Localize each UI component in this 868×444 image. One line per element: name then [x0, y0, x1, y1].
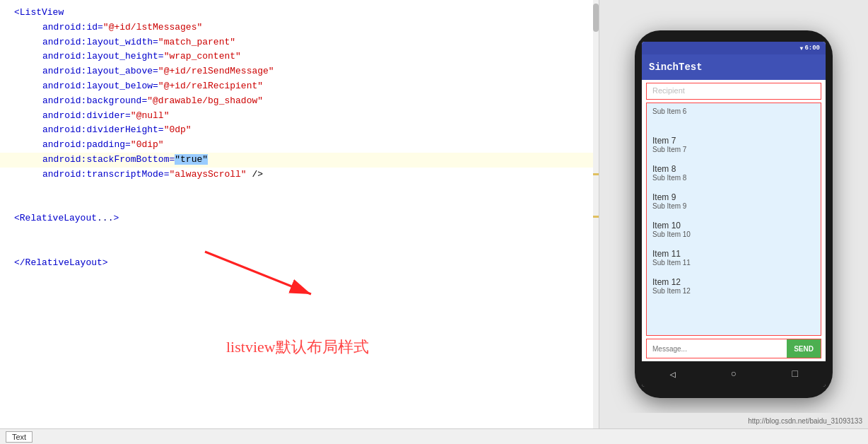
code-line-1: <ListView: [0, 6, 599, 21]
list-area: Sub Item 6 Item 7 Sub Item 7 Item 8 Sub …: [646, 103, 821, 336]
list-item-2: Item 8 Sub Item 8: [647, 160, 821, 188]
status-bar: ▼ 6:00: [642, 42, 826, 54]
list-item-6-title: Item 12: [652, 277, 815, 287]
list-item-0-sub: Sub Item 6: [652, 107, 815, 115]
phone-device: ▼ 6:00 SinchTest Recipient Sub Item 6: [635, 30, 833, 398]
list-item-6: Item 12 Sub Item 12: [647, 273, 821, 301]
list-item-5-title: Item 11: [652, 249, 815, 259]
code-line-relative: <RelativeLayout...>: [0, 211, 599, 226]
list-item-1: Item 7 Sub Item 7: [647, 132, 821, 160]
scrollbar-thumb[interactable]: [593, 4, 599, 32]
phone-panel: ▼ 6:00 SinchTest Recipient Sub Item 6: [599, 0, 868, 428]
list-item-6-sub: Sub Item 12: [652, 287, 815, 295]
list-item-1-title: Item 7: [652, 136, 815, 146]
code-line-2: android:id="@+id/lstMessages": [0, 21, 599, 35]
list-item-5-sub: Sub Item 11: [652, 259, 815, 267]
scroll-marker-1: [593, 173, 599, 175]
code-line-7: android:background="@drawable/bg_shadow": [0, 94, 599, 109]
list-item-2-title: Item 8: [652, 164, 815, 174]
recipient-placeholder: Recipient: [652, 86, 685, 95]
send-button[interactable]: SEND: [787, 339, 821, 358]
code-line-9: android:dividerHeight="0dp": [0, 123, 599, 138]
phone-screen: ▼ 6:00 SinchTest Recipient Sub Item 6: [642, 42, 826, 387]
home-button[interactable]: ○: [731, 368, 737, 380]
code-line-empty4: [0, 241, 599, 256]
code-line-11: android:stackFromBottom="true": [0, 153, 599, 168]
recipient-field[interactable]: Recipient: [646, 83, 821, 100]
code-line-empty1: [0, 182, 599, 197]
code-line-10: android:padding="0dip": [0, 138, 599, 153]
code-line-empty3: [0, 226, 599, 241]
wifi-icon: ▼: [800, 45, 804, 52]
list-item-3-sub: Sub Item 9: [652, 202, 815, 210]
code-line-12: android:transcriptMode="alwaysScroll" />: [0, 168, 599, 182]
bottom-bar: Text: [0, 428, 868, 444]
list-item-3: Item 9 Sub Item 9: [647, 188, 821, 216]
nav-bar: ◁ ○ □: [642, 361, 826, 387]
message-input[interactable]: [647, 339, 787, 358]
vertical-scrollbar[interactable]: [593, 0, 599, 428]
code-line-5: android:layout_above="@+id/relSendMessag…: [0, 64, 599, 79]
annotation-text: listview默认布局样式: [226, 337, 369, 358]
code-line-3: android:layout_width="match_parent": [0, 35, 599, 50]
recents-button[interactable]: □: [792, 368, 797, 380]
code-line-4: android:layout_height="wrap_content": [0, 49, 599, 64]
url-text: http://blog.csdn.net/baidu_31093133: [748, 417, 862, 425]
status-time: 6:00: [804, 45, 820, 52]
code-line-close: </RelativeLayout>: [0, 256, 599, 271]
scroll-marker-2: [593, 216, 599, 218]
code-line-6: android:layout_below="@+id/relRecipient": [0, 79, 599, 94]
list-item-0: Sub Item 6: [647, 103, 821, 132]
list-item-4-sub: Sub Item 10: [652, 230, 815, 238]
code-line-8: android:divider="@null": [0, 109, 599, 124]
text-tab[interactable]: Text: [6, 431, 33, 443]
list-item-3-title: Item 9: [652, 192, 815, 202]
code-line-empty2: [0, 197, 599, 211]
code-panel: <ListView android:id="@+id/lstMessages" …: [0, 0, 599, 428]
url-bar: http://blog.csdn.net/baidu_31093133: [599, 413, 868, 428]
list-item-5: Item 11 Sub Item 11: [647, 245, 821, 273]
message-bar[interactable]: SEND: [646, 339, 821, 358]
list-item-2-sub: Sub Item 8: [652, 174, 815, 182]
app-title: SinchTest: [649, 62, 703, 73]
list-item-1-sub: Sub Item 7: [652, 146, 815, 153]
list-item-4: Item 10 Sub Item 10: [647, 216, 821, 245]
back-button[interactable]: ◁: [669, 368, 675, 380]
app-bar: SinchTest: [642, 54, 826, 80]
list-item-4-title: Item 10: [652, 221, 815, 230]
